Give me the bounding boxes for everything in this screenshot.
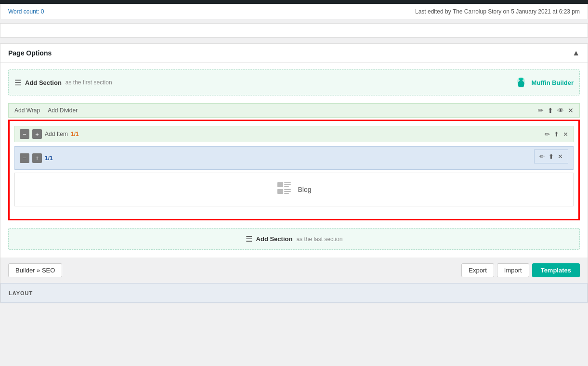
row-edit-icon[interactable]: ✏ <box>538 107 544 114</box>
inner-edit-icon[interactable]: ✏ <box>539 153 545 160</box>
section-icon: ☰ <box>14 78 21 87</box>
page-options-header: Page Options ▲ <box>0 44 588 63</box>
page-options-title: Page Options <box>8 49 52 57</box>
outer-minus-btn[interactable]: − <box>20 129 29 139</box>
row-export-icon[interactable]: ⬆ <box>548 107 553 114</box>
inner-close-icon[interactable]: ✕ <box>558 153 563 160</box>
svg-rect-8 <box>277 189 283 194</box>
svg-rect-7 <box>284 186 289 187</box>
svg-rect-10 <box>284 191 291 192</box>
add-section-first-bold: Add Section <box>25 79 62 86</box>
outer-edit-icon[interactable]: ✏ <box>545 131 550 138</box>
outer-close-icon[interactable]: ✕ <box>563 131 568 138</box>
add-wrap-btn[interactable]: Add Wrap <box>14 107 40 114</box>
add-divider-btn[interactable]: Add Divider <box>48 107 78 114</box>
svg-point-2 <box>519 78 521 80</box>
templates-btn[interactable]: Templates <box>532 263 580 277</box>
blog-label: Blog <box>298 186 311 193</box>
svg-rect-6 <box>284 184 291 185</box>
add-section-first-row[interactable]: ☰ Add Section as the first section Muffi… <box>8 69 580 95</box>
muffin-builder-label: Muffin Builder <box>532 79 574 86</box>
blog-block: Blog <box>14 173 574 206</box>
add-section-last-icon: ☰ <box>246 234 252 244</box>
add-section-last-sub: as the last section <box>296 236 342 243</box>
row-close-icon[interactable]: ✕ <box>568 107 574 114</box>
white-bar <box>0 23 588 38</box>
outer-fraction: 1/1 <box>71 131 79 137</box>
svg-rect-11 <box>284 193 289 194</box>
collapse-icon[interactable]: ▲ <box>572 49 580 57</box>
svg-point-3 <box>522 78 523 80</box>
svg-rect-4 <box>277 182 283 187</box>
last-edited: Last edited by The Carrolup Story on 5 J… <box>415 8 580 15</box>
blog-icon <box>276 181 292 198</box>
red-section: − + Add Item 1/1 ✏ ⬆ ✕ − <box>8 120 580 220</box>
svg-rect-9 <box>284 189 291 190</box>
outer-section-header: − + Add Item 1/1 ✏ ⬆ ✕ <box>14 126 574 142</box>
word-count: Word count: 0 <box>8 8 44 15</box>
outer-export-icon[interactable]: ⬆ <box>554 131 559 138</box>
layout-title: LAYOUT <box>9 290 33 296</box>
meta-bar: Word count: 0 Last edited by The Carrolu… <box>0 4 588 19</box>
import-btn[interactable]: Import <box>497 263 529 277</box>
add-section-first-sub: as the first section <box>65 79 112 86</box>
export-btn[interactable]: Export <box>461 263 494 277</box>
word-count-value: 0 <box>41 8 44 15</box>
add-section-last-btn[interactable]: ☰ Add Section as the last section <box>246 234 343 244</box>
add-section-first-btn[interactable]: ☰ Add Section as the first section <box>14 78 112 87</box>
page-options-panel: Page Options ▲ ☰ Add Section as the firs… <box>0 43 588 303</box>
word-count-label: Word count: <box>8 8 39 15</box>
add-wrap-divider-bar: Add Wrap Add Divider ✏ ⬆ 👁 ✕ <box>8 103 580 118</box>
top-bar <box>0 0 588 4</box>
add-item-btn[interactable]: Add Item <box>45 131 68 137</box>
inner-plus-btn[interactable]: + <box>32 153 42 163</box>
inner-minus-btn[interactable]: − <box>20 153 29 163</box>
inner-column-row: − + 1/1 ✏ ⬆ ✕ <box>14 146 574 170</box>
svg-rect-5 <box>284 182 291 183</box>
builder-seo-btn[interactable]: Builder » SEO <box>8 263 62 277</box>
add-section-last-row[interactable]: ☰ Add Section as the last section <box>8 228 580 250</box>
inner-fraction: 1/1 <box>45 155 53 162</box>
layout-section: LAYOUT <box>0 283 588 303</box>
add-section-last-bold: Add Section <box>256 235 293 243</box>
inner-export-icon[interactable]: ⬆ <box>549 153 554 160</box>
footer-bar: Builder » SEO Export Import Templates <box>0 258 588 283</box>
muffin-builder-logo: Muffin Builder <box>514 76 574 89</box>
muffin-icon <box>514 76 528 89</box>
right-footer-btns: Export Import Templates <box>461 263 580 277</box>
row-eye-icon[interactable]: 👁 <box>557 107 564 114</box>
outer-plus-btn[interactable]: + <box>32 129 42 139</box>
